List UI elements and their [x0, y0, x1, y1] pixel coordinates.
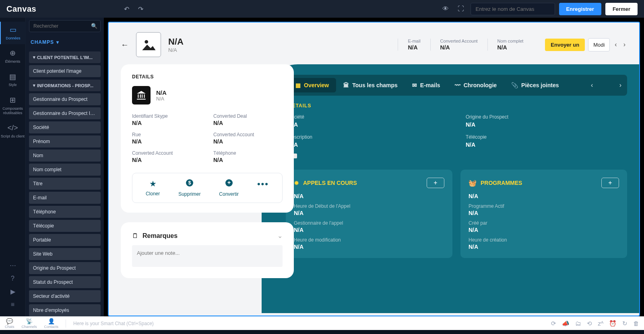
tabs-scroll-left-icon[interactable]: ‹ — [589, 82, 594, 89]
prev-record-icon[interactable]: ‹ — [613, 41, 618, 48]
field-item[interactable]: Site Web — [29, 248, 101, 260]
building-icon: 🏛 — [343, 82, 349, 88]
chevron-down-icon[interactable]: ⌄ — [277, 232, 283, 240]
field-item[interactable]: Télécopie — [29, 220, 101, 232]
bb-icon-3[interactable]: 🗂 — [575, 320, 581, 327]
group-informations[interactable]: ▾INFORMATIONS - PROSP... — [29, 80, 101, 91]
field-item[interactable]: Secteur d'activité — [29, 290, 101, 302]
program-field-label: Programme Actif — [469, 203, 619, 209]
bb-icon-7[interactable]: ↻ — [622, 320, 627, 327]
rail-elements[interactable]: ⊕Éléments — [0, 45, 26, 68]
plus-circle-icon: ⊕ — [10, 49, 16, 58]
teal-field-value: N/A — [466, 121, 627, 128]
fullscreen-icon[interactable]: ⛶ — [455, 4, 466, 14]
program-field-label: Heure de création — [469, 237, 619, 243]
tab-overview[interactable]: ▦Overview — [288, 78, 336, 92]
tab-allfields[interactable]: 🏛Tous les champs — [336, 78, 405, 92]
bb-icon-8[interactable]: 🗑 — [633, 320, 639, 327]
tab-chronology[interactable]: 〰Chronologie — [448, 78, 504, 92]
detail-field-label: Converted Account — [213, 132, 283, 137]
topbar: Canvas ↶ ↷ 👁 ⛶ Enregistrer Fermer — [0, 0, 644, 18]
field-item[interactable]: Société — [29, 121, 101, 133]
programs-card: 🧺 PROGRAMMES + N/A Programme ActifN/A Cr… — [460, 170, 627, 258]
canvas-name-input[interactable] — [471, 3, 555, 15]
rail-style[interactable]: ▤Style — [0, 69, 26, 91]
more-action[interactable]: ••• — [257, 179, 269, 197]
send-button[interactable]: Envoyer un — [545, 39, 585, 51]
teal-field-value: N/A — [288, 141, 450, 148]
group-client-potentiel[interactable]: ▾CLIENT POTENTIEL L'IM... — [29, 51, 101, 63]
field-item[interactable]: Gestionnaire du Prospect Image — [29, 107, 101, 119]
field-item[interactable]: Prénom — [29, 135, 101, 148]
panel-title-champs[interactable]: CHAMPS ▾ — [29, 36, 101, 49]
field-item[interactable]: Nbre d'employés — [29, 304, 101, 316]
field-item[interactable]: Téléphone — [29, 206, 101, 218]
tabs: ▦Overview 🏛Tous les champs ✉E-mails 〰Chr… — [284, 75, 627, 96]
action-bar: ★Cloner $Supprimer +Convertir ••• — [132, 173, 283, 203]
redo-icon[interactable]: ↷ — [136, 4, 146, 14]
bb-icon-6[interactable]: ⏰ — [609, 320, 617, 327]
search-icon[interactable]: 🔍 — [91, 23, 97, 29]
dollar-icon: $ — [186, 179, 194, 189]
field-item[interactable]: Nom — [29, 150, 101, 162]
modify-button[interactable]: Modi — [588, 38, 610, 51]
menu-icon[interactable]: ≡ — [11, 301, 14, 308]
clone-action[interactable]: ★Cloner — [146, 179, 160, 197]
field-item[interactable]: Statut du Prospect — [29, 276, 101, 288]
calls-main-value: N/A — [294, 193, 444, 199]
calls-title: APPELS EN COURS — [303, 180, 423, 186]
preview-icon[interactable]: 👁 — [440, 4, 451, 14]
bb-chats[interactable]: 💬Chats — [5, 318, 14, 329]
rail-script[interactable]: </>Script du client — [0, 120, 26, 142]
call-field-label: Heure de Début de l'Appel — [294, 203, 444, 209]
field-item[interactable]: E-mail — [29, 192, 101, 204]
chevron-down-icon: ▾ — [33, 55, 35, 60]
delete-action[interactable]: $Supprimer — [178, 179, 200, 197]
programs-main-value: N/A — [469, 193, 619, 199]
call-field-value: N/A — [294, 227, 444, 233]
svg-text:+: + — [227, 179, 231, 186]
contacts-icon: 👤 — [48, 318, 55, 324]
field-item[interactable]: Titre — [29, 178, 101, 190]
add-call-button[interactable]: + — [427, 178, 444, 188]
field-item[interactable]: Nom complet — [29, 164, 101, 176]
undo-icon[interactable]: ↶ — [122, 4, 132, 14]
tab-attachments[interactable]: 📎Pièces jointes — [504, 78, 566, 92]
call-field-label: Gestionnaire de l'appel — [294, 220, 444, 226]
rail-data[interactable]: ▭Données — [0, 22, 26, 44]
close-button[interactable]: Fermer — [605, 3, 638, 15]
notes-input[interactable] — [132, 245, 283, 267]
more-icon[interactable]: ⋯ — [10, 262, 16, 269]
bb-channels[interactable]: 📡Channels — [22, 318, 37, 329]
rail-reusable[interactable]: ⊞Composants réutilisables — [0, 92, 26, 119]
tabs-scroll-right-icon[interactable]: › — [618, 82, 623, 89]
present-icon[interactable]: ▶ — [10, 288, 15, 295]
record-subtitle: N/A — [168, 47, 184, 53]
field-item[interactable]: Client potentiel l'image — [29, 65, 101, 77]
next-record-icon[interactable]: › — [622, 41, 627, 48]
back-arrow-icon[interactable]: ← — [121, 40, 129, 49]
manager-title: N/A — [156, 89, 167, 96]
tab-emails[interactable]: ✉E-mails — [405, 78, 448, 92]
header-field-label: Converted Account — [440, 39, 478, 43]
bb-icon-5[interactable]: ᴢᴬ — [598, 320, 603, 327]
teal-field-value: N/A — [288, 121, 450, 128]
bb-contacts[interactable]: 👤Contacts — [44, 318, 59, 329]
record-header: ← N/A N/A E-mailN/A Converted AccountN/A… — [109, 23, 639, 64]
help-icon[interactable]: ? — [11, 275, 14, 282]
detail-field-value: N/A — [213, 157, 283, 163]
add-program-button[interactable]: + — [601, 178, 619, 188]
convert-action[interactable]: +Convertir — [219, 179, 239, 197]
bb-icon-2[interactable]: 📣 — [562, 320, 570, 327]
sidebar-search-input[interactable] — [29, 20, 101, 32]
save-button[interactable]: Enregistrer — [559, 3, 601, 15]
bb-icon-4[interactable]: ⟲ — [587, 320, 592, 327]
bb-icon-1[interactable]: ⟳ — [551, 320, 556, 327]
field-item[interactable]: Origine du Prospect — [29, 262, 101, 274]
calls-card: ✹ APPELS EN COURS + N/A Heure de Début d… — [286, 170, 452, 258]
field-item[interactable]: Gestionnaire du Prospect — [29, 93, 101, 105]
canvas[interactable]: ← N/A N/A E-mailN/A Converted AccountN/A… — [108, 22, 640, 316]
field-item[interactable]: Portable — [29, 234, 101, 246]
avatar-placeholder — [136, 32, 161, 57]
topbar-undo-redo: ↶ ↷ — [122, 4, 146, 14]
